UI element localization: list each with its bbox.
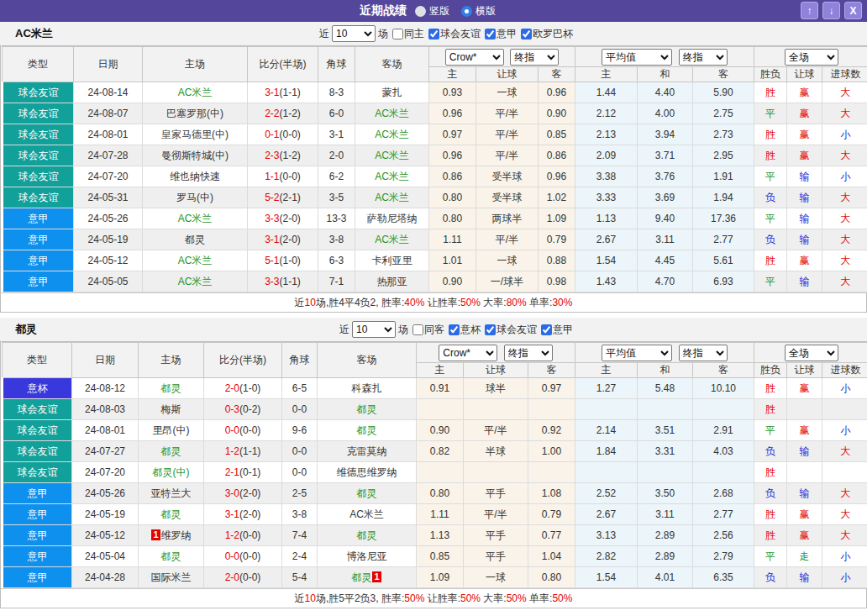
crown-handicap: 一球 — [464, 567, 528, 588]
avg-away-odds: 2.68 — [693, 483, 754, 504]
away-team: 都灵1 — [318, 567, 417, 588]
away-team: 都灵 — [318, 420, 417, 441]
summary-segment: 让胜率: — [424, 592, 460, 606]
result-outcome: 平 — [754, 103, 787, 124]
average-source-select[interactable]: 平均值 — [602, 345, 672, 361]
average-source-select[interactable]: 平均值 — [602, 49, 672, 66]
match-date: 24-05-19 — [74, 229, 143, 250]
recent-count-select[interactable]: 10 — [332, 25, 376, 42]
filter-checkbox[interactable] — [392, 29, 403, 39]
crown-away-odds: 0.79 — [528, 504, 575, 525]
filter-option[interactable]: 同主 — [388, 27, 424, 41]
away-team-label: AC米兰 — [349, 508, 384, 520]
avg-home-odds: 1.54 — [575, 567, 638, 588]
result-handicap: 输 — [787, 483, 822, 504]
crown-handicap — [464, 399, 528, 420]
result-goals: 大 — [822, 103, 867, 124]
filter-option[interactable]: 意甲 — [481, 27, 517, 41]
home-team-label: 梅斯 — [161, 403, 181, 415]
crown-home-odds — [417, 399, 464, 420]
away-team: AC米兰 — [355, 229, 429, 250]
filter-bar: 都灵 近 10 场 同客意杯球会友谊意甲 — [0, 318, 867, 341]
crown-home-odds: 0.85 — [417, 546, 464, 567]
summary-segment: 场,胜5平2负3, 胜率: — [316, 592, 404, 606]
match-row: 球会友谊24-07-20维也纳快速1-1(0-0)6-2AC米兰0.86受半球0… — [3, 166, 867, 187]
halftime-score: (1-0) — [239, 382, 260, 394]
match-date: 24-07-27 — [72, 441, 139, 462]
fulltime-score: 3-3 — [265, 276, 279, 287]
filter-option[interactable]: 意甲 — [537, 323, 573, 337]
crown-handicap: 平/半 — [464, 420, 528, 441]
layout-radio-horizontal[interactable]: 横版 — [461, 4, 496, 18]
crown-home-odds: 0.96 — [429, 145, 476, 166]
filter-option[interactable]: 同客 — [408, 323, 444, 337]
odds-source-select[interactable]: Crow* — [439, 345, 497, 361]
filter-checkbox[interactable] — [485, 29, 496, 39]
average-odds-group: 平均值 终指 — [575, 47, 754, 67]
team-panel-ac-milan: AC米兰 近 10 场 同主球会友谊意甲欧罗巴杯 类型 日期 主场 比分(半场)… — [0, 22, 867, 313]
away-team: AC米兰 — [318, 504, 417, 525]
scroll-up-button[interactable]: ↑ — [801, 2, 818, 19]
odds-time-select[interactable]: 终指 — [510, 49, 559, 66]
home-team-label: 都灵 — [161, 445, 181, 457]
fulltime-score: 1-1 — [265, 171, 279, 182]
league-type-badge: 球会友谊 — [3, 420, 72, 441]
filter-option[interactable]: 意杯 — [444, 323, 481, 337]
scope-select[interactable]: 全场 — [785, 345, 838, 361]
filter-checkbox[interactable] — [412, 324, 423, 335]
radio-horizontal-label: 横版 — [476, 4, 496, 18]
team-name: AC米兰 — [15, 26, 53, 41]
result-goals: 大 — [822, 229, 867, 250]
league-type-badge: 意甲 — [3, 250, 74, 271]
score-cell: 5-2(2-1) — [248, 187, 318, 208]
avg-away-odds: 2.77 — [693, 504, 754, 525]
recent-prefix-label: 近 — [319, 27, 329, 41]
col-header-score: 比分(半场) — [204, 343, 282, 378]
subcol-outcome: 胜负 — [754, 67, 787, 82]
crown-handicap — [464, 462, 528, 483]
recent-count-select[interactable]: 10 — [352, 321, 396, 338]
average-time-select[interactable]: 终指 — [679, 345, 728, 361]
fulltime-score: 3-1 — [265, 87, 279, 98]
match-date: 24-04-28 — [72, 567, 139, 588]
odds-source-select[interactable]: Crow* — [445, 49, 504, 66]
home-team: 都灵 — [139, 441, 204, 462]
crown-home-odds: 0.93 — [429, 82, 476, 103]
scroll-down-button[interactable]: ↓ — [822, 2, 840, 19]
summary-segment: 让胜率: — [424, 296, 460, 310]
result-outcome: 平 — [754, 208, 787, 229]
crown-handicap: 平/半 — [476, 103, 539, 124]
home-team-label: 都灵 — [161, 382, 181, 394]
scope-select[interactable]: 全场 — [785, 49, 838, 66]
filter-checkbox[interactable] — [541, 324, 552, 335]
odds-time-select[interactable]: 终指 — [504, 345, 553, 361]
corner-count: 0-0 — [282, 399, 318, 420]
match-row: 球会友谊24-07-28曼彻斯特城(中)2-3(1-2)2-0AC米兰0.96平… — [3, 145, 867, 166]
filter-option[interactable]: 欧罗巴杯 — [517, 27, 573, 41]
crown-away-odds: 1.08 — [528, 483, 575, 504]
filter-option[interactable]: 球会友谊 — [424, 27, 481, 41]
away-team: 热那亚 — [355, 271, 429, 292]
avg-away-odds: 1.94 — [693, 187, 754, 208]
filter-checkbox[interactable] — [428, 29, 439, 39]
filter-option[interactable]: 球会友谊 — [481, 323, 537, 337]
filter-checkbox[interactable] — [521, 29, 532, 39]
match-date: 24-07-28 — [74, 145, 143, 166]
avg-home-odds: 1.84 — [575, 441, 638, 462]
layout-radio-vertical[interactable]: 竖版 — [415, 4, 449, 18]
subcol-handicap-result: 让球 — [787, 363, 822, 378]
result-outcome: 负 — [754, 441, 787, 462]
score-cell: 3-1(1-1) — [248, 82, 318, 103]
red-card-badge: 1 — [372, 571, 381, 582]
avg-home-odds: 1.13 — [575, 208, 638, 229]
close-button[interactable]: X — [844, 2, 862, 19]
away-team-label: 科森扎 — [352, 382, 382, 394]
crown-away-odds: 1.04 — [528, 546, 575, 567]
average-time-select[interactable]: 终指 — [679, 49, 728, 66]
filter-checkbox[interactable] — [485, 324, 496, 335]
corner-count: 13-3 — [318, 208, 355, 229]
subcol-avg-draw: 和 — [638, 67, 693, 82]
league-type-badge: 球会友谊 — [3, 399, 72, 420]
filter-checkbox[interactable] — [449, 324, 460, 335]
match-row: 球会友谊24-08-14AC米兰3-1(1-1)8-3蒙扎0.93一球0.961… — [3, 82, 867, 103]
